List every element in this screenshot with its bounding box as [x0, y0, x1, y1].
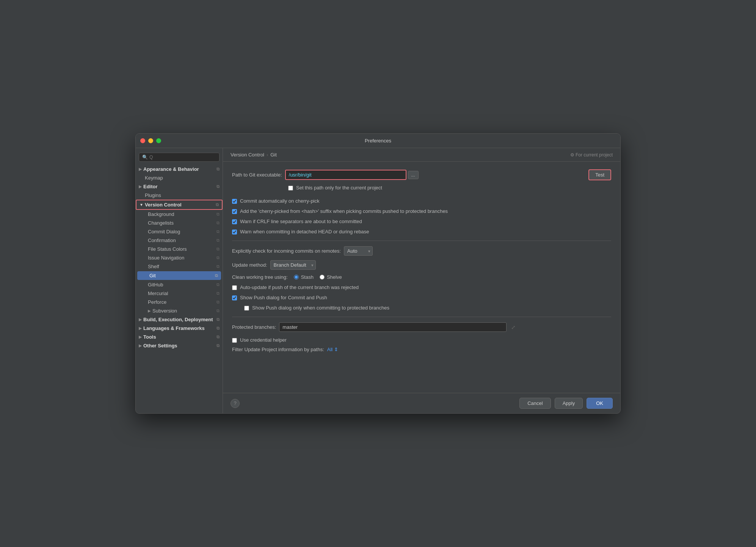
set-path-label[interactable]: Set this path only for the current proje… [296, 185, 382, 191]
breadcrumb-parent[interactable]: Version Control [231, 152, 264, 158]
path-browse-button[interactable]: ... [408, 171, 419, 179]
copy-icon: ⧉ [216, 291, 220, 296]
minimize-button[interactable] [148, 138, 153, 143]
sidebar-item-issue-navigation[interactable]: Issue Navigation ⧉ [136, 253, 223, 262]
sidebar-item-tools[interactable]: ▶ Tools ⧉ [136, 333, 223, 341]
sidebar-item-appearance[interactable]: ▶ Appearance & Behavior ⧉ [136, 165, 223, 173]
window-body: 🔍 ▶ Appearance & Behavior ⧉ Keymap ▶ Edi… [136, 148, 620, 413]
test-button[interactable]: Test [588, 169, 611, 180]
sidebar-item-file-status-colors[interactable]: File Status Colors ⧉ [136, 245, 223, 253]
help-button[interactable]: ? [231, 399, 240, 408]
show-push-row: Show Push dialog for Commit and Push [232, 294, 611, 301]
incoming-label: Explicitly check for incoming commits on… [232, 248, 341, 254]
sidebar-item-editor[interactable]: ▶ Editor ⧉ [136, 182, 223, 191]
git-path-input[interactable] [285, 170, 406, 180]
update-method-select[interactable]: Branch Default Merge Rebase [270, 260, 316, 270]
search-icon: 🔍 [142, 155, 148, 160]
copy-icon: ⧉ [216, 202, 219, 207]
sidebar-item-github[interactable]: GitHub ⧉ [136, 280, 223, 289]
sidebar-item-background[interactable]: Background ⧉ [136, 210, 223, 219]
ok-button[interactable]: OK [587, 398, 613, 409]
cherry-pick-checkbox[interactable] [232, 199, 237, 204]
sidebar-item-subversion[interactable]: ▶ Subversion ⧉ [136, 306, 223, 315]
stash-label[interactable]: Stash [301, 274, 314, 280]
close-button[interactable] [140, 138, 145, 143]
search-box[interactable]: 🔍 [139, 153, 220, 162]
copy-icon: ⧉ [216, 255, 220, 260]
sidebar-item-label: Changelists [148, 220, 174, 226]
copy-icon: ⧉ [215, 273, 218, 278]
option-cherry-pick-suffix: Add the 'cherry-picked from <hash>' suff… [232, 208, 611, 215]
sidebar-item-label: Git [149, 273, 156, 278]
protected-branches-row: Protected branches: ⤢ [232, 322, 611, 332]
main-content: Version Control › Git ⚙ For current proj… [223, 148, 620, 413]
sidebar-item-version-control[interactable]: ▼ Version Control ⧉ [136, 200, 223, 210]
show-push-label[interactable]: Show Push dialog for Commit and Push [240, 295, 327, 300]
git-path-row: Path to Git executable: ... Test [232, 169, 611, 180]
show-push-protected-label[interactable]: Show Push dialog only when committing to… [252, 305, 389, 311]
show-push-protected-checkbox[interactable] [244, 306, 249, 311]
copy-icon: ⧉ [216, 238, 220, 243]
breadcrumb-project: ⚙ For current project [570, 152, 613, 158]
sidebar-item-label: Plugins [145, 192, 161, 198]
clean-tree-label: Clean working tree using: [232, 274, 288, 280]
protected-branches-input[interactable] [279, 322, 507, 332]
arrow-icon: ▶ [139, 335, 142, 339]
protected-branches-label: Protected branches: [232, 324, 276, 330]
cherry-pick-label[interactable]: Commit automatically on cherry-pick [240, 198, 320, 204]
shelve-radio[interactable] [320, 275, 325, 280]
credential-helper-row: Use credential helper [232, 336, 611, 344]
detached-head-label[interactable]: Warn when committing in detached HEAD or… [240, 229, 369, 234]
section-divider [232, 241, 611, 241]
detached-head-checkbox[interactable] [232, 230, 237, 234]
breadcrumb-current: Git [270, 152, 277, 158]
sidebar-item-mercurial[interactable]: Mercurial ⧉ [136, 289, 223, 298]
sidebar-item-label: Editor [143, 184, 158, 189]
filter-value[interactable]: All ⇕ [327, 347, 338, 352]
search-input[interactable] [149, 155, 216, 160]
cherry-pick-suffix-checkbox[interactable] [232, 209, 237, 214]
arrow-icon: ▶ [139, 344, 142, 348]
shelve-label[interactable]: Shelve [327, 274, 342, 280]
incoming-commits-row: Explicitly check for incoming commits on… [232, 246, 611, 256]
crlf-warn-label[interactable]: Warn if CRLF line separators are about t… [240, 219, 362, 224]
sidebar-item-confirmation[interactable]: Confirmation ⧉ [136, 236, 223, 245]
sidebar-item-label: Keymap [145, 175, 163, 181]
sidebar-item-keymap[interactable]: Keymap [136, 173, 223, 182]
sidebar-item-commit-dialog[interactable]: Commit Dialog ⧉ [136, 227, 223, 236]
copy-icon: ⧉ [216, 212, 220, 217]
maximize-button[interactable] [156, 138, 161, 143]
arrow-icon: ▼ [140, 203, 143, 207]
sidebar-item-label: Version Control [145, 202, 182, 208]
copy-icon: ⧉ [216, 343, 220, 348]
content-area: Path to Git executable: ... Test Set thi… [223, 162, 620, 393]
apply-button[interactable]: Apply [555, 398, 583, 409]
sidebar-item-build[interactable]: ▶ Build, Execution, Deployment ⧉ [136, 315, 223, 324]
auto-update-label[interactable]: Auto-update if push of the current branc… [240, 284, 359, 290]
sidebar-item-plugins[interactable]: Plugins [136, 191, 223, 200]
crlf-warn-checkbox[interactable] [232, 219, 237, 224]
sidebar-item-shelf[interactable]: Shelf ⧉ [136, 262, 223, 271]
show-push-checkbox[interactable] [232, 295, 237, 300]
cancel-button[interactable]: Cancel [519, 398, 551, 409]
filter-label: Filter Update Project information by pat… [232, 347, 324, 352]
sidebar-item-label: Shelf [148, 264, 159, 269]
expand-icon[interactable]: ⤢ [511, 324, 516, 330]
credential-helper-checkbox[interactable] [232, 338, 237, 343]
sidebar-item-other-settings[interactable]: ▶ Other Settings ⧉ [136, 341, 223, 350]
sidebar-item-perforce[interactable]: Perforce ⧉ [136, 298, 223, 306]
copy-icon: ⧉ [216, 167, 220, 172]
sidebar-item-label: Appearance & Behavior [143, 166, 199, 172]
update-method-row: Update method: Branch Default Merge Reba… [232, 260, 611, 270]
incoming-select[interactable]: Auto Always Never [344, 246, 373, 256]
set-path-checkbox[interactable] [288, 186, 293, 191]
update-method-select-wrap: Branch Default Merge Rebase [270, 260, 316, 270]
sidebar-item-git[interactable]: Git ⧉ [137, 271, 221, 280]
auto-update-checkbox[interactable] [232, 285, 237, 290]
stash-radio[interactable] [294, 275, 299, 280]
credential-helper-label[interactable]: Use credential helper [240, 337, 287, 343]
sidebar-item-changelists[interactable]: Changelists ⧉ [136, 219, 223, 227]
cherry-pick-suffix-label[interactable]: Add the 'cherry-picked from <hash>' suff… [240, 208, 448, 214]
sidebar-item-languages[interactable]: ▶ Languages & Frameworks ⧉ [136, 324, 223, 333]
copy-icon: ⧉ [216, 334, 220, 339]
